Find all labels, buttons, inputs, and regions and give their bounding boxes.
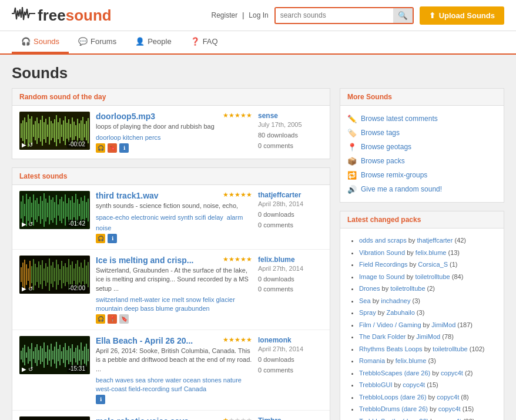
pack-link[interactable]: Vibration Sound: [359, 249, 405, 256]
info-icon[interactable]: ℹ: [119, 143, 129, 153]
sound-tag[interactable]: waves: [115, 377, 133, 384]
sound-tag[interactable]: mountain: [96, 305, 122, 312]
pack-link[interactable]: The Dark Folder: [359, 333, 406, 340]
pack-link[interactable]: Rhythms Beats Loops: [359, 345, 423, 352]
headphone-icon[interactable]: 🎧: [96, 143, 105, 153]
pack-user-link[interactable]: Corsica_S: [418, 261, 448, 268]
pack-user-link[interactable]: Zabuhailo: [386, 309, 414, 316]
sound-tag[interactable]: stones: [202, 377, 221, 384]
sound-tag[interactable]: graubunden: [175, 305, 210, 312]
sound-title-1[interactable]: third track1.wav: [96, 191, 159, 200]
random-sound-user[interactable]: sense: [258, 112, 323, 120]
loop-icon[interactable]: ↺: [28, 366, 33, 372]
sound-tag[interactable]: space-echo: [96, 214, 129, 223]
flag-icon[interactable]: 🔖: [108, 143, 117, 153]
sound-tag[interactable]: snow: [186, 296, 201, 303]
random-sound-title[interactable]: doorloop5.mp3: [96, 112, 155, 121]
play-icon[interactable]: ▶: [22, 221, 26, 227]
pack-user-link[interactable]: toiletrolltube: [433, 345, 467, 352]
play-icon[interactable]: ▶: [22, 366, 26, 372]
play-icon[interactable]: ▶: [22, 285, 26, 292]
pack-user-link[interactable]: toiletrolltube: [390, 285, 425, 292]
sound-tag[interactable]: shore: [148, 377, 164, 384]
sound-tag[interactable]: west-coast: [96, 385, 127, 392]
pack-link[interactable]: Sea: [359, 297, 371, 304]
sound-tag[interactable]: kitchen: [123, 134, 143, 141]
headphone-icon[interactable]: 🎧: [96, 314, 105, 324]
flag-icon[interactable]: 🔖: [119, 314, 129, 324]
sound-controls-3[interactable]: ▶ ↺: [22, 366, 33, 372]
search-button[interactable]: 🔍: [393, 8, 413, 23]
sound-user-3[interactable]: lonemonk: [258, 336, 323, 344]
sound-tag[interactable]: electronic: [131, 214, 159, 223]
sound-tag[interactable]: surf: [171, 385, 182, 392]
pack-link[interactable]: Drones: [359, 285, 380, 292]
browse-comments-link[interactable]: Browse latest comments: [361, 115, 438, 123]
sound-controls-2[interactable]: ▶ ↺: [22, 285, 33, 292]
loop-icon[interactable]: ↺: [28, 142, 33, 148]
pack-link[interactable]: Field Recordings: [359, 261, 408, 268]
pack-link[interactable]: TrebbloLoops (dare 26): [359, 394, 427, 401]
pack-user-link[interactable]: JimiMod: [431, 321, 455, 328]
sound-tag[interactable]: deep: [124, 305, 138, 312]
pack-link[interactable]: Film / Video / Gaming: [359, 321, 421, 328]
sound-tag[interactable]: ocean: [183, 377, 200, 384]
pack-user-link[interactable]: copyc4t: [439, 418, 461, 421]
pack-user-link[interactable]: inchadney: [381, 297, 410, 304]
sound-tag[interactable]: ice: [162, 296, 170, 303]
location-icon[interactable]: 📍: [108, 314, 117, 324]
sound-tag[interactable]: Canada: [184, 385, 207, 392]
sound-tag[interactable]: doorloop: [96, 134, 121, 141]
sound-user-4[interactable]: Timbre: [258, 416, 323, 420]
sound-tag[interactable]: felix: [203, 296, 215, 303]
sound-tag[interactable]: weird: [160, 214, 176, 223]
sound-controls[interactable]: ▶ ↺: [22, 142, 33, 148]
pack-user-link[interactable]: JimiMod: [416, 333, 440, 340]
pack-link[interactable]: Image to Sound: [359, 273, 405, 280]
browse-packs-link[interactable]: Browse packs: [361, 157, 405, 165]
browse-geotags-link[interactable]: Browse geotags: [361, 143, 411, 151]
nav-item-people[interactable]: 👤 People: [126, 31, 180, 53]
pack-link[interactable]: Romania: [359, 357, 385, 364]
loop-icon[interactable]: ↺: [28, 285, 33, 292]
pack-link[interactable]: Spray: [359, 309, 376, 316]
sound-tag[interactable]: beach: [96, 377, 113, 384]
pack-user-link[interactable]: felix.blume: [416, 249, 447, 256]
pack-user-link[interactable]: felix.blume: [396, 357, 427, 364]
sound-tag[interactable]: sea: [135, 377, 146, 384]
sound-title-2[interactable]: Ice is melting and crisp...: [96, 256, 194, 265]
pack-link[interactable]: TrebbloDrums (dare 26): [359, 405, 428, 412]
sound-tag[interactable]: switzerland: [96, 296, 128, 303]
sound-tag[interactable]: percs: [145, 134, 161, 141]
pack-user-link[interactable]: copyc4t: [441, 369, 463, 377]
search-input[interactable]: [276, 8, 393, 22]
sound-tag[interactable]: melt-water: [130, 296, 160, 303]
browse-tags-link[interactable]: Browse tags: [361, 129, 400, 137]
sound-tag[interactable]: nature: [223, 377, 242, 384]
sound-tag[interactable]: noise: [96, 224, 111, 231]
sound-tag[interactable]: melt: [172, 296, 184, 303]
upload-button[interactable]: ⬆ Upload Sounds: [420, 6, 504, 25]
sound-tag[interactable]: delay: [208, 214, 223, 223]
pack-link[interactable]: odds and scraps: [359, 237, 407, 244]
loop-icon[interactable]: ↺: [28, 221, 33, 227]
sound-tag[interactable]: water: [165, 377, 181, 384]
pack-user-link[interactable]: toiletrolltube: [415, 273, 450, 280]
pack-link[interactable]: TrebbloSynths (dare 26): [359, 418, 428, 421]
sound-tag[interactable]: field-recording: [129, 385, 170, 392]
play-icon[interactable]: ▶: [22, 142, 26, 148]
headphone-icon[interactable]: 🎧: [96, 234, 105, 243]
sound-tag[interactable]: blume: [156, 305, 173, 312]
sound-controls-1[interactable]: ▶ ↺: [22, 221, 33, 227]
info-icon[interactable]: ℹ: [108, 234, 117, 243]
register-link[interactable]: Register: [211, 11, 237, 19]
sound-tag[interactable]: glacier: [216, 296, 234, 303]
pack-link[interactable]: TrebbloScapes (dare 26): [359, 369, 430, 377]
browse-remix-link[interactable]: Browse remix-groups: [361, 171, 427, 179]
sound-user-2[interactable]: felix.blume: [258, 256, 323, 264]
nav-item-forums[interactable]: 💬 Forums: [69, 31, 126, 53]
pack-user-link[interactable]: copyc4t: [403, 381, 425, 388]
sound-title-4[interactable]: male robotic voice says ...: [96, 416, 198, 420]
pack-user-link[interactable]: thatjeffcarter: [417, 237, 453, 244]
sound-tag[interactable]: alarm: [227, 214, 243, 223]
